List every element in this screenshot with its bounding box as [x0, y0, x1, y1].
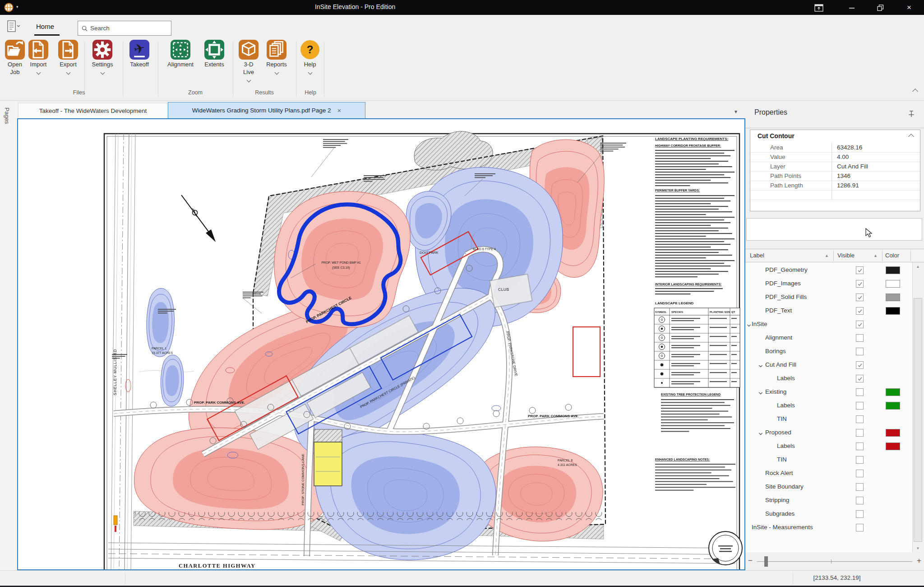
export-button[interactable]: Export — [55, 40, 81, 76]
alignment-button[interactable]: Alignment — [167, 40, 194, 69]
layer-row[interactable]: Existing — [745, 386, 912, 399]
layer-color-swatch[interactable] — [886, 294, 900, 301]
layer-label[interactable]: Borings — [765, 348, 786, 354]
layer-row[interactable]: Site Boundary — [745, 480, 912, 494]
layer-label[interactable]: Existing — [765, 388, 786, 395]
layer-label[interactable]: Site Boundary — [765, 483, 804, 490]
tab-home[interactable]: Home — [34, 23, 56, 30]
layer-color-swatch[interactable] — [886, 388, 900, 396]
layer-label[interactable]: Proposed — [765, 429, 791, 436]
layer-visible-checkbox[interactable] — [856, 429, 864, 437]
layer-visible-checkbox[interactable] — [856, 348, 864, 355]
pages-sidebar[interactable] — [0, 101, 17, 570]
layer-label[interactable]: TIN — [777, 456, 787, 463]
minimize-button[interactable] — [845, 3, 859, 13]
property-row[interactable]: Value4.00 — [750, 152, 920, 162]
layer-visible-checkbox[interactable] — [856, 456, 864, 464]
collapse-window-button[interactable] — [812, 3, 826, 13]
layer-color-swatch[interactable] — [886, 280, 900, 288]
chevron-down-icon[interactable] — [746, 322, 752, 330]
column-label[interactable]: Label — [750, 252, 764, 259]
layer-label[interactable]: PDF_Solid Fills — [765, 294, 807, 300]
layer-row[interactable]: TIN — [745, 413, 912, 426]
layer-visible-checkbox[interactable] — [856, 321, 864, 328]
layer-visible-checkbox[interactable] — [856, 510, 864, 518]
sort-asc-icon[interactable]: ▲ — [873, 253, 878, 258]
chevron-down-icon[interactable] — [758, 430, 763, 438]
layer-row[interactable]: Subgrades — [745, 508, 912, 521]
layer-row[interactable]: Stripping — [745, 494, 912, 508]
scrollbar-thumb[interactable] — [914, 298, 922, 542]
collapse-section-icon[interactable] — [908, 134, 914, 140]
layer-color-swatch[interactable] — [886, 402, 900, 410]
scroll-down-icon[interactable]: ▼ — [913, 544, 923, 552]
help-button[interactable]: ? Help — [297, 40, 323, 76]
sort-asc-icon[interactable]: ▲ — [825, 253, 829, 258]
chevron-down-icon[interactable] — [758, 390, 763, 398]
layer-visible-checkbox[interactable] — [856, 483, 864, 491]
property-value[interactable]: 63428.16 — [837, 144, 862, 151]
layer-visible-checkbox[interactable] — [856, 334, 864, 342]
layer-row[interactable]: PDF_Text — [745, 304, 912, 318]
layer-label[interactable]: Alignment — [765, 334, 792, 341]
open-job-button[interactable]: OpenJob — [2, 40, 28, 76]
reports-button[interactable]: Reports — [263, 40, 290, 76]
layer-row[interactable]: Rock Alert — [745, 467, 912, 480]
layer-row[interactable]: InSite - Measurements — [745, 521, 912, 535]
close-button[interactable]: × — [902, 3, 916, 13]
layer-color-swatch[interactable] — [886, 307, 900, 315]
layer-label[interactable]: Labels — [777, 402, 795, 409]
layer-label[interactable]: PDF_Geometry — [765, 266, 808, 273]
layer-color-swatch[interactable] — [886, 429, 900, 437]
layer-visible-checkbox[interactable] — [856, 402, 864, 410]
layer-row[interactable]: Labels — [745, 372, 912, 386]
layer-visible-checkbox[interactable] — [856, 497, 864, 504]
property-row[interactable]: LayerCut And Fill — [750, 162, 920, 172]
layer-visible-checkbox[interactable] — [856, 470, 864, 477]
import-button[interactable]: Import — [25, 40, 51, 76]
pages-sidebar-label[interactable]: Pages — [4, 107, 10, 124]
layer-row[interactable]: PDF_Images — [745, 277, 912, 291]
layer-visible-checkbox[interactable] — [856, 361, 864, 369]
extents-button[interactable]: Extents — [201, 40, 227, 69]
layer-visible-checkbox[interactable] — [856, 375, 864, 382]
layer-visible-checkbox[interactable] — [856, 307, 864, 315]
app-menu-caret[interactable]: ▾ — [16, 5, 18, 9]
layer-row[interactable]: PDF_Geometry — [745, 264, 912, 277]
close-tab-icon[interactable]: × — [337, 107, 342, 114]
property-value[interactable]: 1286.91 — [837, 182, 859, 189]
layer-row[interactable]: PDF_Solid Fills — [745, 291, 912, 304]
layer-visible-checkbox[interactable] — [856, 443, 864, 450]
property-row[interactable]: Area63428.16 — [750, 143, 920, 153]
chevron-down-icon[interactable] — [758, 363, 763, 371]
search-input[interactable] — [89, 24, 171, 32]
search-box[interactable] — [78, 21, 171, 36]
zoom-thumb[interactable] — [764, 556, 768, 567]
plan-canvas[interactable]: CHARLOTTE HIGHWAY SHELLEY MULLIS RD PROP… — [17, 118, 745, 570]
layer-color-swatch[interactable] — [886, 266, 900, 274]
layer-label[interactable]: Stripping — [765, 497, 789, 503]
layer-visible-checkbox[interactable] — [856, 280, 864, 288]
zoom-track[interactable] — [757, 561, 912, 562]
settings-button[interactable]: Settings — [89, 40, 116, 76]
layer-visible-checkbox[interactable] — [856, 524, 864, 531]
layer-row[interactable]: Labels — [745, 440, 912, 453]
three-d-live-button[interactable]: 3-DLive — [236, 40, 262, 84]
layer-visible-checkbox[interactable] — [856, 266, 864, 274]
layer-row[interactable]: InSite — [745, 318, 912, 331]
layer-label[interactable]: InSite - Measurements — [752, 524, 813, 531]
pin-icon[interactable] — [908, 110, 915, 118]
app-logo-icon[interactable] — [4, 3, 14, 12]
layer-visible-checkbox[interactable] — [856, 294, 864, 301]
layer-visible-checkbox[interactable] — [856, 388, 864, 396]
layer-label[interactable]: Rock Alert — [765, 470, 793, 476]
zoom-in-icon[interactable]: + — [917, 556, 921, 565]
column-color[interactable]: Color — [885, 252, 899, 259]
layer-color-swatch[interactable] — [886, 443, 900, 450]
layer-row[interactable]: Cut And Fill — [745, 359, 912, 372]
layer-row[interactable]: Labels — [745, 399, 912, 413]
layer-label[interactable]: PDF_Images — [765, 280, 801, 287]
property-value[interactable]: 1346 — [837, 172, 850, 179]
doc-tab-pdf-page2[interactable]: WideWaters Grading Storm Utility Plans.p… — [168, 102, 365, 119]
layer-label[interactable]: Labels — [777, 443, 795, 449]
